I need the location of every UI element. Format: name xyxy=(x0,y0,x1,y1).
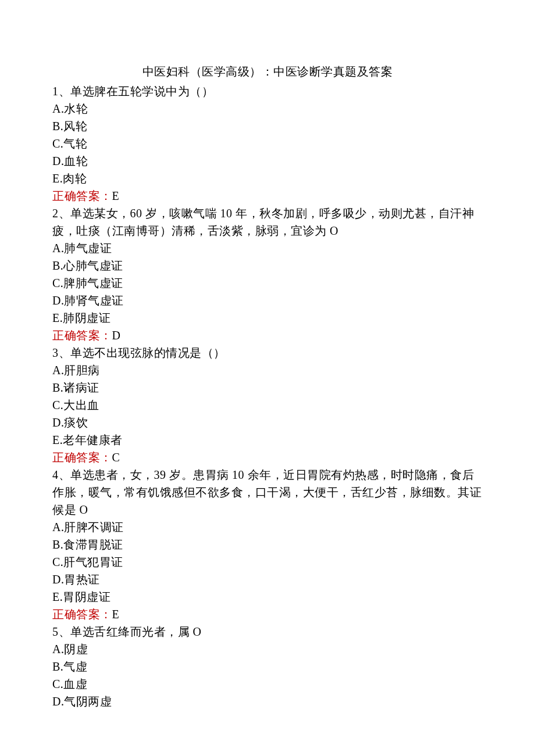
option-line: A.水轮 xyxy=(52,100,483,117)
option-line: B.诸病证 xyxy=(52,379,483,396)
question-block: 4、单选患者，女，39 岁。患胃病 10 余年，近日胃院有灼热感，时时隐痛，食后… xyxy=(52,466,483,623)
option-line: B.风轮 xyxy=(52,117,483,135)
option-line: D.气阴两虚 xyxy=(52,693,483,710)
option-line: C.脾肺气虚证 xyxy=(52,274,483,292)
question-block: 1、单选脾在五轮学说中为（）A.水轮B.风轮C.气轮D.血轮E.肉轮正确答案：E xyxy=(52,83,483,205)
answer-value: C xyxy=(112,451,120,464)
option-line: E.肺阴虚证 xyxy=(52,309,483,327)
option-line: A.肝脾不调证 xyxy=(52,518,483,536)
answer-line: 正确答案：C xyxy=(52,449,483,466)
option-line: B.气虚 xyxy=(52,658,483,675)
option-line: A.肝胆病 xyxy=(52,361,483,379)
option-line: D.胃热证 xyxy=(52,571,483,588)
option-line: D.肺肾气虚证 xyxy=(52,292,483,309)
option-line: A.肺气虚证 xyxy=(52,239,483,257)
answer-value: E xyxy=(112,608,120,621)
option-line: C.肝气犯胃证 xyxy=(52,553,483,571)
answer-label: 正确答案： xyxy=(52,608,112,621)
answer-line: 正确答案：E xyxy=(52,187,483,205)
question-block: 2、单选某女，60 岁，咳嗽气喘 10 年，秋冬加剧，呼多吸少，动则尤甚，自汗神… xyxy=(52,205,483,344)
answer-value: E xyxy=(112,189,120,202)
question-stem: 3、单选不出现弦脉的情况是（） xyxy=(52,344,483,361)
question-stem: 2、单选某女，60 岁，咳嗽气喘 10 年，秋冬加剧，呼多吸少，动则尤甚，自汗神… xyxy=(52,205,483,239)
questions-container: 1、单选脾在五轮学说中为（）A.水轮B.风轮C.气轮D.血轮E.肉轮正确答案：E… xyxy=(52,83,483,710)
answer-value: D xyxy=(112,329,121,342)
answer-label: 正确答案： xyxy=(52,451,112,464)
option-line: B.食滞胃脱证 xyxy=(52,536,483,553)
option-line: E.肉轮 xyxy=(52,170,483,187)
option-line: A.阴虚 xyxy=(52,640,483,658)
question-stem: 1、单选脾在五轮学说中为（） xyxy=(52,83,483,100)
question-block: 5、单选舌红绛而光者，属 OA.阴虚B.气虚C.血虚D.气阴两虚 xyxy=(52,623,483,710)
option-line: D.血轮 xyxy=(52,152,483,170)
answer-line: 正确答案：D xyxy=(52,327,483,344)
document-page: 中医妇科（医学高级）：中医诊断学真题及答案 1、单选脾在五轮学说中为（）A.水轮… xyxy=(0,0,535,745)
document-title: 中医妇科（医学高级）：中医诊断学真题及答案 xyxy=(52,63,483,80)
answer-label: 正确答案： xyxy=(52,189,112,202)
option-line: D.痰饮 xyxy=(52,414,483,431)
question-block: 3、单选不出现弦脉的情况是（）A.肝胆病B.诸病证C.大出血D.痰饮E.老年健康… xyxy=(52,344,483,466)
option-line: C.大出血 xyxy=(52,396,483,414)
option-line: E.老年健康者 xyxy=(52,431,483,449)
option-line: C.血虚 xyxy=(52,675,483,693)
question-stem: 4、单选患者，女，39 岁。患胃病 10 余年，近日胃院有灼热感，时时隐痛，食后… xyxy=(52,466,483,518)
option-line: E.胃阴虚证 xyxy=(52,588,483,605)
option-line: B.心肺气虚证 xyxy=(52,257,483,274)
option-line: C.气轮 xyxy=(52,135,483,152)
question-stem: 5、单选舌红绛而光者，属 O xyxy=(52,623,483,640)
answer-line: 正确答案：E xyxy=(52,605,483,623)
answer-label: 正确答案： xyxy=(52,329,112,342)
